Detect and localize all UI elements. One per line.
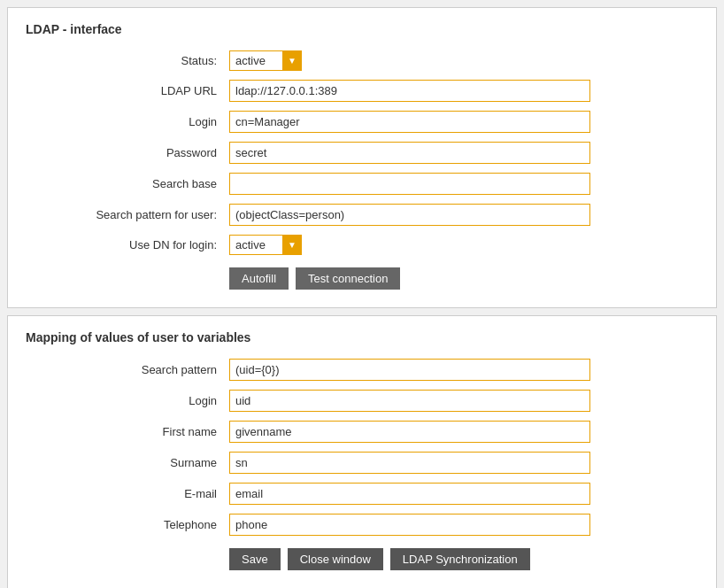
search-base-row: Search base bbox=[26, 173, 698, 195]
use-dn-select-wrapper[interactable]: active inactive bbox=[229, 235, 302, 255]
login-label: Login bbox=[26, 115, 229, 128]
mapping-search-pattern-label: Search pattern bbox=[26, 363, 229, 376]
mapping-telephone-input[interactable] bbox=[229, 514, 590, 536]
ldap-url-row: LDAP URL bbox=[26, 80, 698, 102]
mapping-firstname-row: First name bbox=[26, 421, 698, 443]
autofill-button[interactable]: Autofill bbox=[229, 267, 289, 290]
mapping-email-row: E-mail bbox=[26, 483, 698, 505]
mapping-surname-label: Surname bbox=[26, 456, 229, 469]
password-input[interactable] bbox=[229, 142, 590, 164]
mapping-surname-row: Surname bbox=[26, 452, 698, 474]
section1-title: LDAP - interface bbox=[26, 22, 698, 36]
search-pattern-user-row: Search pattern for user: bbox=[26, 204, 698, 226]
use-dn-row: Use DN for login: active inactive bbox=[26, 235, 698, 255]
mapping-login-label: Login bbox=[26, 394, 229, 407]
close-window-button[interactable]: Close window bbox=[288, 548, 383, 570]
mapping-search-pattern-row: Search pattern bbox=[26, 359, 698, 381]
search-base-label: Search base bbox=[26, 177, 229, 190]
ldap-url-label: LDAP URL bbox=[26, 84, 229, 97]
mapping-surname-input[interactable] bbox=[229, 452, 590, 474]
mapping-search-pattern-input[interactable] bbox=[229, 359, 590, 381]
use-dn-select[interactable]: active inactive bbox=[229, 235, 302, 255]
page-wrapper: LDAP - interface Status: active inactive… bbox=[0, 0, 724, 588]
password-row: Password bbox=[26, 142, 698, 164]
use-dn-label: Use DN for login: bbox=[26, 238, 229, 251]
status-select-wrapper[interactable]: active inactive bbox=[229, 50, 302, 71]
login-row: Login bbox=[26, 111, 698, 133]
search-base-input[interactable] bbox=[229, 173, 590, 195]
save-button[interactable]: Save bbox=[229, 548, 281, 570]
test-connection-button[interactable]: Test connection bbox=[296, 267, 400, 290]
mapping-section: Mapping of values of user to variables S… bbox=[7, 315, 717, 588]
mapping-email-label: E-mail bbox=[26, 487, 229, 500]
mapping-login-input[interactable] bbox=[229, 390, 590, 412]
login-input[interactable] bbox=[229, 111, 590, 133]
search-pattern-user-label: Search pattern for user: bbox=[26, 208, 229, 221]
section2-title: Mapping of values of user to variables bbox=[26, 330, 698, 344]
mapping-login-row: Login bbox=[26, 390, 698, 412]
section2-buttons: Save Close window LDAP Synchronization bbox=[26, 548, 698, 570]
mapping-telephone-row: Telephone bbox=[26, 514, 698, 536]
mapping-email-input[interactable] bbox=[229, 483, 590, 505]
password-label: Password bbox=[26, 146, 229, 159]
mapping-firstname-input[interactable] bbox=[229, 421, 590, 443]
status-label: Status: bbox=[26, 54, 229, 67]
ldap-url-input[interactable] bbox=[229, 80, 590, 102]
mapping-telephone-label: Telephone bbox=[26, 518, 229, 531]
mapping-firstname-label: First name bbox=[26, 425, 229, 438]
status-select[interactable]: active inactive bbox=[229, 50, 302, 71]
search-pattern-user-input[interactable] bbox=[229, 204, 590, 226]
ldap-sync-button[interactable]: LDAP Synchronization bbox=[390, 548, 530, 570]
status-row: Status: active inactive bbox=[26, 50, 698, 71]
ldap-interface-section: LDAP - interface Status: active inactive… bbox=[7, 7, 717, 308]
section1-buttons: Autofill Test connection bbox=[26, 267, 698, 290]
